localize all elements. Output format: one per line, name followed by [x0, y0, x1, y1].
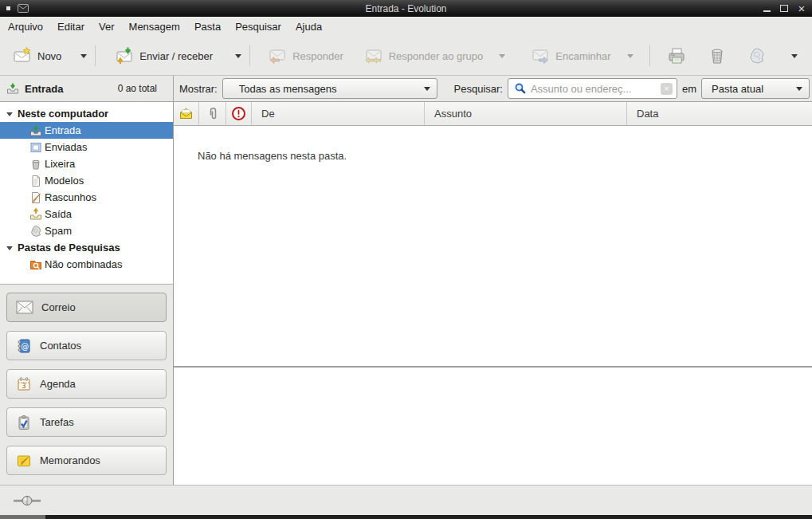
mail-icon	[16, 301, 33, 314]
switcher-mail-button[interactable]: Correio	[6, 293, 167, 322]
menu-ver[interactable]: Ver	[92, 17, 122, 37]
titlebar: Entrada - Evolution ×	[0, 0, 812, 17]
column-date[interactable]: Data	[627, 102, 812, 125]
junk-icon	[29, 225, 42, 238]
outbox-icon	[29, 208, 42, 221]
column-from[interactable]: De	[252, 102, 425, 125]
inbox-icon	[29, 124, 42, 137]
view-switcher: Correio @ Contatos	[0, 285, 173, 485]
document-icon	[29, 175, 42, 187]
sidebar-item-nao-combinadas[interactable]: Não combinadas	[0, 256, 173, 273]
toolbar-overflow-arrow-icon[interactable]	[791, 54, 798, 61]
switcher-calendar-button[interactable]: 3 Agenda	[6, 369, 167, 399]
forward-button[interactable]: Encaminhar	[526, 41, 615, 71]
trash-icon	[29, 158, 42, 171]
reply-group-icon	[364, 46, 383, 65]
sidebar-item-entrada[interactable]: Entrada	[0, 122, 173, 139]
sidebar-item-rascunhos[interactable]: Rascunhos	[0, 189, 173, 206]
memos-icon	[16, 453, 32, 469]
app-envelope-icon	[18, 4, 29, 13]
new-message-icon	[13, 46, 32, 65]
sidebar-item-spam[interactable]: Spam	[0, 222, 173, 239]
new-button[interactable]: Novo	[8, 41, 66, 71]
column-priority[interactable]	[226, 102, 252, 125]
reply-button[interactable]: Responder	[263, 41, 348, 71]
message-list-pane: De Assunto Data Não há mensagens nesta p…	[174, 102, 812, 485]
send-receive-dropdown-arrow-icon[interactable]	[235, 54, 241, 61]
switcher-mail-label: Correio	[41, 301, 76, 313]
switcher-memos-button[interactable]: Memorandos	[6, 446, 167, 475]
search-box: ×	[508, 78, 677, 99]
sidebar-item-saida[interactable]: Saída	[0, 206, 173, 222]
column-attachment[interactable]	[199, 102, 226, 125]
paperclip-icon	[206, 107, 219, 121]
online-status-plug-icon[interactable]	[13, 494, 41, 507]
junk-button[interactable]	[741, 41, 773, 71]
contacts-icon: @	[16, 338, 32, 354]
printer-icon	[666, 46, 687, 65]
menu-pasta[interactable]: Pasta	[187, 17, 228, 37]
sidebar-item-modelos[interactable]: Modelos	[0, 172, 173, 189]
print-button[interactable]	[660, 41, 693, 71]
folder-tree: Neste computador Entrada	[0, 102, 173, 285]
status-bar	[0, 485, 812, 515]
message-list-body: Não há mensagens nesta pasta.	[174, 126, 812, 366]
switcher-tasks-button[interactable]: Tarefas	[6, 407, 167, 437]
svg-text:3: 3	[22, 383, 25, 390]
folder-bar: Entrada 0 ao total Mostrar: Todas as men…	[0, 76, 812, 102]
sent-mail-icon	[29, 141, 42, 154]
forward-button-label: Encaminhar	[555, 50, 610, 62]
reply-group-dropdown-arrow-icon[interactable]	[499, 54, 505, 61]
close-button[interactable]: ×	[796, 3, 807, 14]
menu-arquivo[interactable]: Arquivo	[1, 17, 50, 37]
reply-group-button[interactable]: Responder ao grupo	[359, 41, 488, 71]
message-list-header: De Assunto Data	[174, 102, 812, 126]
column-seen-status[interactable]	[174, 102, 199, 125]
switcher-contacts-button[interactable]: @ Contatos	[6, 331, 167, 360]
menu-ajuda[interactable]: Ajuda	[288, 17, 329, 37]
clear-search-icon[interactable]: ×	[661, 83, 673, 95]
column-subject[interactable]: Assunto	[425, 102, 627, 125]
open-envelope-icon	[179, 108, 193, 120]
show-filter-value: Todas as mensagens	[239, 83, 337, 95]
chevron-down-icon[interactable]	[6, 112, 13, 120]
switcher-contacts-label: Contatos	[40, 340, 81, 352]
reply-group-button-label: Responder ao grupo	[389, 50, 484, 62]
sidebar-group-neste-computador[interactable]: Neste computador	[0, 105, 173, 122]
delete-button[interactable]	[701, 41, 733, 71]
search-scope-value: Pasta atual	[712, 83, 763, 95]
new-dropdown-arrow-icon[interactable]	[80, 54, 87, 61]
menu-mensagem[interactable]: Mensagem	[122, 17, 187, 37]
window-title: Entrada - Evolution	[365, 3, 446, 14]
window-menu-dot-icon[interactable]	[6, 6, 10, 10]
sidebar-group-pastas-de-pesquisas[interactable]: Pastas de Pesquisas	[0, 239, 173, 256]
preview-pane	[174, 368, 812, 485]
new-button-label: Novo	[37, 50, 61, 62]
scope-label: em	[682, 83, 696, 95]
toolbar-separator	[249, 45, 250, 66]
show-label: Mostrar:	[179, 83, 218, 95]
window-bottom-edge	[0, 515, 812, 519]
maximize-button[interactable]	[779, 3, 790, 14]
minimize-button[interactable]	[761, 3, 772, 14]
inbox-folder-icon	[6, 82, 19, 95]
search-input[interactable]	[531, 83, 657, 95]
trash-icon	[708, 46, 727, 65]
tasks-icon	[16, 415, 32, 431]
search-scope-dropdown[interactable]: Pasta atual	[701, 78, 810, 99]
send-receive-button[interactable]: Enviar / receber	[110, 41, 218, 71]
chevron-down-icon	[796, 87, 802, 94]
menu-editar[interactable]: Editar	[50, 17, 92, 37]
chevron-down-icon[interactable]	[6, 246, 13, 254]
reply-button-label: Responder	[292, 50, 343, 62]
sidebar-item-lixeira[interactable]: Lixeira	[0, 155, 173, 172]
folder-message-count: 0 ao total	[118, 83, 157, 94]
show-filter-dropdown[interactable]: Todas as mensagens	[222, 78, 437, 99]
empty-folder-message: Não há mensagens nesta pasta.	[198, 150, 347, 162]
menu-pesquisar[interactable]: Pesquisar	[228, 17, 288, 37]
drafts-pencil-icon	[29, 191, 42, 204]
toolbar-separator	[649, 45, 650, 66]
switcher-tasks-label: Tarefas	[40, 416, 74, 428]
sidebar-item-enviadas[interactable]: Enviadas	[0, 139, 173, 155]
forward-dropdown-arrow-icon[interactable]	[627, 54, 634, 61]
